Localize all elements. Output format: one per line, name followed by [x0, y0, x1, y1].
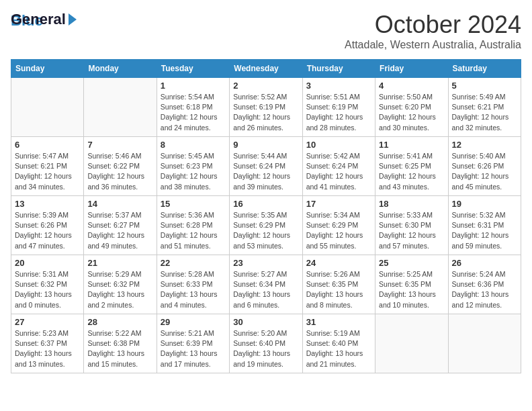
logo-general-text: General: [11, 11, 66, 28]
calendar-day-cell: [11, 78, 84, 137]
day-number: 6: [15, 140, 80, 150]
calendar-week-row: 6Sunrise: 5:47 AMSunset: 6:21 PMDaylight…: [11, 137, 521, 196]
day-info: Sunrise: 5:31 AMSunset: 6:32 PMDaylight:…: [15, 269, 80, 310]
day-number: 12: [452, 140, 517, 150]
day-number: 15: [161, 199, 226, 209]
calendar-day-cell: 14Sunrise: 5:37 AMSunset: 6:27 PMDayligh…: [84, 196, 157, 255]
day-number: 23: [233, 258, 298, 268]
day-number: 2: [233, 81, 298, 91]
calendar-day-cell: 19Sunrise: 5:32 AMSunset: 6:31 PMDayligh…: [448, 196, 521, 255]
calendar-day-cell: 28Sunrise: 5:22 AMSunset: 6:38 PMDayligh…: [84, 314, 157, 373]
day-number: 10: [306, 140, 371, 150]
day-number: 25: [379, 258, 444, 268]
title-area: October 2024 Attadale, Western Australia…: [345, 11, 521, 51]
day-number: 28: [87, 317, 152, 327]
day-info: Sunrise: 5:32 AMSunset: 6:31 PMDaylight:…: [452, 210, 517, 251]
weekday-header: Friday: [375, 60, 448, 78]
day-number: 7: [87, 140, 152, 150]
day-info: Sunrise: 5:21 AMSunset: 6:39 PMDaylight:…: [161, 328, 226, 369]
day-number: 31: [306, 317, 371, 327]
day-info: Sunrise: 5:40 AMSunset: 6:26 PMDaylight:…: [452, 151, 517, 192]
day-number: 13: [15, 199, 80, 209]
day-info: Sunrise: 5:24 AMSunset: 6:36 PMDaylight:…: [452, 269, 517, 310]
calendar-day-cell: 11Sunrise: 5:41 AMSunset: 6:25 PMDayligh…: [375, 137, 448, 196]
calendar-day-cell: 18Sunrise: 5:33 AMSunset: 6:30 PMDayligh…: [375, 196, 448, 255]
day-info: Sunrise: 5:39 AMSunset: 6:26 PMDaylight:…: [15, 210, 80, 251]
day-info: Sunrise: 5:22 AMSunset: 6:38 PMDaylight:…: [87, 328, 152, 369]
weekday-header: Thursday: [302, 60, 375, 78]
calendar-day-cell: 15Sunrise: 5:36 AMSunset: 6:28 PMDayligh…: [157, 196, 229, 255]
calendar-day-cell: 26Sunrise: 5:24 AMSunset: 6:36 PMDayligh…: [448, 255, 521, 314]
calendar-day-cell: 3Sunrise: 5:51 AMSunset: 6:19 PMDaylight…: [302, 78, 375, 137]
day-info: Sunrise: 5:20 AMSunset: 6:40 PMDaylight:…: [233, 328, 298, 369]
day-number: 22: [161, 258, 226, 268]
day-info: Sunrise: 5:26 AMSunset: 6:35 PMDaylight:…: [306, 269, 371, 310]
day-number: 8: [161, 140, 226, 150]
calendar-day-cell: [84, 78, 157, 137]
calendar-header-row: SundayMondayTuesdayWednesdayThursdayFrid…: [11, 60, 521, 78]
calendar-week-row: 13Sunrise: 5:39 AMSunset: 6:26 PMDayligh…: [11, 196, 521, 255]
day-number: 29: [161, 317, 226, 327]
logo-arrow-icon: [67, 12, 78, 27]
day-info: Sunrise: 5:45 AMSunset: 6:23 PMDaylight:…: [161, 151, 226, 192]
day-info: Sunrise: 5:51 AMSunset: 6:19 PMDaylight:…: [306, 92, 371, 133]
day-info: Sunrise: 5:41 AMSunset: 6:25 PMDaylight:…: [379, 151, 444, 192]
calendar-day-cell: 29Sunrise: 5:21 AMSunset: 6:39 PMDayligh…: [157, 314, 229, 373]
calendar-day-cell: 30Sunrise: 5:20 AMSunset: 6:40 PMDayligh…: [230, 314, 302, 373]
day-info: Sunrise: 5:47 AMSunset: 6:21 PMDaylight:…: [15, 151, 80, 192]
location-title: Attadale, Western Australia, Australia: [345, 39, 521, 51]
day-number: 19: [452, 199, 517, 209]
day-info: Sunrise: 5:33 AMSunset: 6:30 PMDaylight:…: [379, 210, 444, 251]
day-number: 4: [379, 81, 444, 91]
calendar-day-cell: 24Sunrise: 5:26 AMSunset: 6:35 PMDayligh…: [302, 255, 375, 314]
day-number: 17: [306, 199, 371, 209]
day-info: Sunrise: 5:49 AMSunset: 6:21 PMDaylight:…: [452, 92, 517, 133]
day-number: 3: [306, 81, 371, 91]
calendar-day-cell: 25Sunrise: 5:25 AMSunset: 6:35 PMDayligh…: [375, 255, 448, 314]
day-number: 18: [379, 199, 444, 209]
calendar-day-cell: [448, 314, 521, 373]
day-info: Sunrise: 5:37 AMSunset: 6:27 PMDaylight:…: [87, 210, 152, 251]
header: General Blue October 2024 Attadale, West…: [11, 11, 521, 51]
day-number: 26: [452, 258, 517, 268]
weekday-header: Sunday: [11, 60, 84, 78]
day-number: 9: [233, 140, 298, 150]
day-info: Sunrise: 5:46 AMSunset: 6:22 PMDaylight:…: [87, 151, 152, 192]
calendar-day-cell: 4Sunrise: 5:50 AMSunset: 6:20 PMDaylight…: [375, 78, 448, 137]
calendar-week-row: 20Sunrise: 5:31 AMSunset: 6:32 PMDayligh…: [11, 255, 521, 314]
day-info: Sunrise: 5:27 AMSunset: 6:34 PMDaylight:…: [233, 269, 298, 310]
calendar-day-cell: 2Sunrise: 5:52 AMSunset: 6:19 PMDaylight…: [230, 78, 302, 137]
logo: General Blue: [11, 11, 78, 48]
day-info: Sunrise: 5:35 AMSunset: 6:29 PMDaylight:…: [233, 210, 298, 251]
day-number: 11: [379, 140, 444, 150]
calendar-week-row: 27Sunrise: 5:23 AMSunset: 6:37 PMDayligh…: [11, 314, 521, 373]
day-info: Sunrise: 5:34 AMSunset: 6:29 PMDaylight:…: [306, 210, 371, 251]
day-number: 30: [233, 317, 298, 327]
calendar-day-cell: 12Sunrise: 5:40 AMSunset: 6:26 PMDayligh…: [448, 137, 521, 196]
day-number: 5: [452, 81, 517, 91]
calendar-day-cell: 8Sunrise: 5:45 AMSunset: 6:23 PMDaylight…: [157, 137, 229, 196]
day-number: 24: [306, 258, 371, 268]
weekday-header: Wednesday: [230, 60, 302, 78]
day-info: Sunrise: 5:52 AMSunset: 6:19 PMDaylight:…: [233, 92, 298, 133]
calendar-table: SundayMondayTuesdayWednesdayThursdayFrid…: [11, 59, 521, 373]
day-info: Sunrise: 5:19 AMSunset: 6:40 PMDaylight:…: [306, 328, 371, 369]
day-info: Sunrise: 5:29 AMSunset: 6:32 PMDaylight:…: [87, 269, 152, 310]
calendar-day-cell: 10Sunrise: 5:42 AMSunset: 6:24 PMDayligh…: [302, 137, 375, 196]
day-number: 21: [87, 258, 152, 268]
calendar-day-cell: [375, 314, 448, 373]
weekday-header: Saturday: [448, 60, 521, 78]
weekday-header: Tuesday: [157, 60, 229, 78]
day-number: 1: [161, 81, 226, 91]
day-info: Sunrise: 5:23 AMSunset: 6:37 PMDaylight:…: [15, 328, 80, 369]
calendar-day-cell: 21Sunrise: 5:29 AMSunset: 6:32 PMDayligh…: [84, 255, 157, 314]
calendar-day-cell: 27Sunrise: 5:23 AMSunset: 6:37 PMDayligh…: [11, 314, 84, 373]
day-info: Sunrise: 5:42 AMSunset: 6:24 PMDaylight:…: [306, 151, 371, 192]
day-number: 16: [233, 199, 298, 209]
calendar-day-cell: 9Sunrise: 5:44 AMSunset: 6:24 PMDaylight…: [230, 137, 302, 196]
calendar-day-cell: 31Sunrise: 5:19 AMSunset: 6:40 PMDayligh…: [302, 314, 375, 373]
calendar-day-cell: 7Sunrise: 5:46 AMSunset: 6:22 PMDaylight…: [84, 137, 157, 196]
month-title: October 2024: [345, 11, 521, 39]
calendar-day-cell: 17Sunrise: 5:34 AMSunset: 6:29 PMDayligh…: [302, 196, 375, 255]
day-info: Sunrise: 5:28 AMSunset: 6:33 PMDaylight:…: [161, 269, 226, 310]
